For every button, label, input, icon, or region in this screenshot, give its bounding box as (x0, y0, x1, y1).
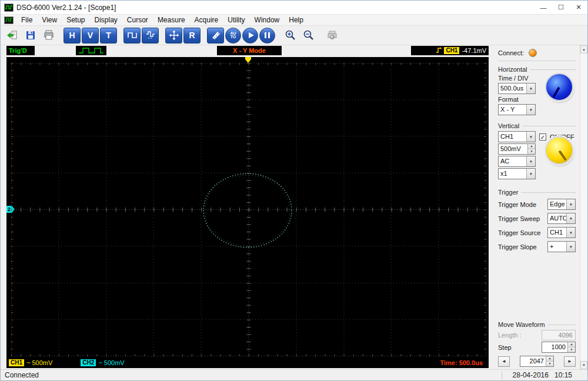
voltage-range-spinner[interactable]: 500mV ▲ ▼ (498, 143, 536, 155)
dropdown-arrow-icon[interactable]: ▼ (566, 228, 575, 238)
xy-mode-box: X - Y Mode (217, 46, 282, 55)
spin-up-icon[interactable]: ▲ (528, 144, 535, 149)
horizontal-section: Horizontal Time / DIV 500.0us ▼ Format X… (498, 63, 576, 115)
scroll-up-button[interactable]: ▲ (580, 45, 587, 54)
menu-file[interactable]: File (16, 15, 37, 26)
length-label: Length : (498, 332, 522, 339)
trigger-slope-select[interactable]: + ▼ (547, 241, 576, 252)
spin-up-icon[interactable]: ▲ (568, 342, 575, 347)
step-spinner[interactable]: 1000 ▲ ▼ (542, 342, 576, 353)
xy-trace (203, 173, 292, 247)
scope-window-icon[interactable] (4, 16, 14, 24)
connect-indicator[interactable] (529, 49, 537, 57)
record-button[interactable]: R (183, 28, 201, 44)
spin-down-icon[interactable]: ▼ (546, 362, 553, 366)
dropdown-arrow-icon[interactable]: ▼ (566, 213, 575, 223)
ch1-scale-text: ~ 500mV (26, 359, 52, 366)
menu-acquire[interactable]: Acquire (190, 15, 223, 26)
trigger-mode-label: Trigger Mode (498, 201, 536, 208)
format-select[interactable]: X - Y ▼ (498, 104, 536, 115)
main-area: Trig'D X - Y Mode CH1 -47.1mV 2 (1, 45, 587, 369)
toolbar: H V T R AUTO (1, 26, 587, 45)
open-button[interactable] (4, 28, 21, 44)
trigger-source-select[interactable]: CH1 ▼ (547, 227, 576, 238)
connect-label: Connect: (498, 49, 524, 56)
move-left-button[interactable]: ◄ (498, 356, 510, 367)
trigger-mode-select[interactable]: Edge ▼ (547, 199, 576, 210)
ch1-badge: CH1 (9, 359, 24, 366)
move-right-button[interactable]: ► (564, 356, 576, 367)
dual-waveform-button[interactable] (142, 28, 159, 44)
zoom-in-button[interactable] (282, 28, 299, 44)
zoom-out-button[interactable] (300, 28, 317, 44)
coupling-select[interactable]: AC ▼ (498, 156, 536, 167)
trigger-status-strip: Trig'D X - Y Mode CH1 -47.1mV (1, 45, 493, 57)
save-button[interactable] (22, 28, 39, 44)
position-spinner[interactable]: 2047 ▲ ▼ (520, 356, 554, 367)
trig-status-box: Trig'D (6, 46, 35, 55)
dropdown-arrow-icon[interactable]: ▼ (526, 132, 535, 142)
menu-window[interactable]: Window (250, 15, 285, 26)
dropdown-arrow-icon[interactable]: ▼ (566, 242, 575, 252)
trigger-sweep-select[interactable]: AUTO ▼ (547, 213, 576, 224)
menu-setup[interactable]: Setup (62, 15, 89, 26)
length-value: 4096 (542, 330, 576, 340)
horizontal-title: Horizontal (498, 66, 530, 73)
scope-column: Trig'D X - Y Mode CH1 -47.1mV 2 (1, 45, 493, 369)
time-div-select[interactable]: 500.0us ▼ (498, 83, 536, 94)
window-controls: — ☐ ✕ (534, 1, 587, 15)
vertical-section: Vertical CH1 ▼ ✓ ON/OFF 500mV ▲ ▼ (498, 120, 576, 181)
dropdown-arrow-icon[interactable]: ▼ (566, 199, 575, 209)
measure-ruler-button[interactable] (207, 28, 224, 44)
print-preview-button[interactable] (323, 28, 340, 44)
menu-display[interactable]: Display (90, 15, 122, 26)
spin-down-icon[interactable]: ▼ (528, 149, 535, 154)
dropdown-arrow-icon[interactable]: ▼ (526, 169, 535, 179)
scope-display: 2 (6, 57, 489, 368)
dropdown-arrow-icon[interactable]: ▼ (526, 156, 535, 166)
minimize-button[interactable]: — (534, 1, 552, 15)
dropdown-arrow-icon[interactable]: ▼ (526, 83, 535, 93)
menu-measure[interactable]: Measure (153, 15, 190, 26)
pause-button[interactable] (259, 28, 275, 44)
trigger-settings-button[interactable]: T (100, 28, 117, 44)
auto-setup-button[interactable]: AUTO (225, 28, 241, 44)
waveform-button[interactable] (123, 28, 141, 44)
step-label: Step (498, 344, 512, 351)
vertical-settings-button[interactable]: V (82, 28, 99, 44)
spin-up-icon[interactable]: ▲ (546, 356, 553, 362)
trigger-section: Trigger Trigger Mode Edge ▼ Trigger Swee… (498, 186, 576, 255)
ch1-onoff-checkbox[interactable]: ✓ (539, 133, 546, 141)
spin-down-icon[interactable]: ▼ (568, 347, 575, 352)
menu-view[interactable]: View (37, 15, 62, 26)
expand-icon[interactable] (165, 28, 182, 44)
vertical-title: Vertical (498, 122, 522, 129)
run-button[interactable] (242, 28, 258, 44)
xy-mode-label: X - Y Mode (233, 47, 266, 54)
timebase-readout: Time: 500.0us (440, 359, 483, 366)
panel-scrollbar[interactable]: ▲ ▼ (580, 45, 587, 369)
trigger-channel-badge: CH1 (444, 47, 459, 54)
titlebar: DSO-6000 Ver2.1.24 - [Scope1] — ☐ ✕ (1, 1, 587, 15)
close-button[interactable]: ✕ (570, 1, 587, 15)
scroll-down-button[interactable]: ▼ (580, 361, 587, 369)
vertical-knob[interactable] (545, 136, 573, 165)
trigger-sweep-label: Trigger Sweep (498, 215, 540, 222)
connection-status: Connected (1, 371, 502, 379)
trigger-bolt-icon (436, 46, 442, 55)
window-title: DSO-6000 Ver2.1.24 - [Scope1] (16, 4, 534, 12)
menu-utility[interactable]: Utility (223, 15, 249, 26)
menubar: File View Setup Display Cursor Measure A… (1, 15, 587, 26)
trigger-source-label: Trigger Source (498, 229, 540, 236)
print-button[interactable] (40, 28, 57, 44)
menu-help[interactable]: Help (284, 15, 308, 26)
menu-cursor[interactable]: Cursor (122, 15, 153, 26)
app-icon (4, 4, 14, 12)
probe-select[interactable]: x1 ▼ (498, 168, 536, 179)
horizontal-knob[interactable] (545, 73, 573, 101)
horizontal-settings-button[interactable]: H (64, 28, 81, 44)
dropdown-arrow-icon[interactable]: ▼ (526, 105, 535, 115)
channel-select[interactable]: CH1 ▼ (498, 131, 536, 142)
trigger-position-marker[interactable] (245, 57, 251, 63)
maximize-button[interactable]: ☐ (552, 1, 570, 15)
